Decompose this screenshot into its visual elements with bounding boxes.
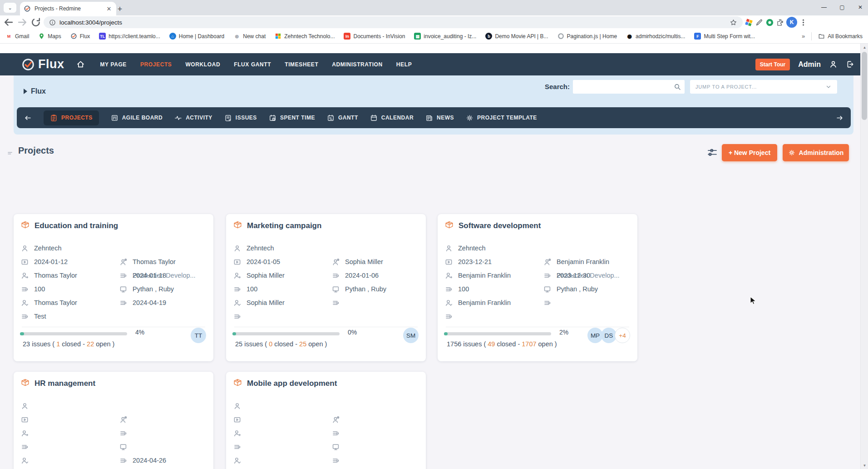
tab-close-icon[interactable]: ✕ [105, 5, 113, 12]
top-nav-flux-gantt[interactable]: FLUX GANTT [234, 61, 271, 68]
admin-user-label[interactable]: Admin [798, 60, 821, 69]
bookmark-item[interactable]: InDocuments - InVision [344, 33, 405, 40]
scrollbar-thumb[interactable] [862, 52, 867, 120]
bookmark-star-icon[interactable] [730, 19, 737, 26]
bookmark-item[interactable]: TLhttps://client.teamlo... [99, 33, 160, 40]
project-card[interactable]: Education and trainingZehntech2024-01-12… [14, 214, 213, 361]
tab-search-button[interactable]: ⌄ [4, 3, 16, 13]
reload-icon[interactable] [30, 16, 42, 28]
scroll-right-icon[interactable] [836, 114, 843, 122]
card-field-row [543, 296, 557, 309]
project-card-title[interactable]: HR management [20, 378, 95, 389]
project-nav-news[interactable]: NEWS [425, 114, 454, 122]
calendar-icon [370, 114, 378, 122]
project-nav-spent-time[interactable]: SPENT TIME [269, 114, 315, 122]
top-nav-workload[interactable]: WORKLOAD [185, 61, 220, 68]
avatar[interactable]: DS [601, 328, 616, 343]
bookmark-item[interactable]: Flux [70, 33, 90, 40]
extension-colorful-icon[interactable] [745, 18, 753, 27]
all-bookmarks-button[interactable]: All Bookmarks [818, 33, 863, 40]
administration-button[interactable]: Administration [783, 144, 849, 161]
home-icon[interactable] [76, 60, 85, 69]
bookmarks-overflow-icon[interactable]: » [802, 33, 805, 40]
search-icon[interactable] [674, 83, 681, 90]
card-field-text: 2024-01-05 [247, 258, 280, 265]
scrollbar-up-icon[interactable]: ▲ [861, 44, 868, 51]
minimize-button[interactable]: — [821, 4, 827, 10]
top-nav-projects[interactable]: PROJECTS [140, 61, 172, 68]
project-nav-activity[interactable]: ACTIVITY [174, 114, 212, 122]
project-card-title[interactable]: Mobile app development [232, 378, 337, 389]
extension-pen-icon[interactable] [755, 18, 764, 27]
card-field-row: Thomas Taylor [21, 296, 77, 309]
flux-logo[interactable]: Flux [21, 57, 64, 72]
bookmark-item[interactable]: MGmail [5, 33, 29, 40]
card-field-value: 2024-04-19 [133, 299, 166, 306]
project-nav-project-template[interactable]: PROJECT TEMPLATE [466, 114, 537, 122]
top-nav-timesheet[interactable]: TIMESHEET [285, 61, 318, 68]
scrollbar-down-icon[interactable]: ▼ [861, 462, 868, 469]
bookmark-item[interactable]: ◎New chat [233, 33, 266, 40]
card-field-row: 2024-01-18Production Develop... [119, 269, 166, 282]
site-info-icon[interactable] [49, 19, 56, 26]
new-tab-button[interactable]: + [114, 4, 125, 15]
project-nav-agile-board[interactable]: AGILE BOARD [111, 114, 163, 122]
url-text[interactable]: localhost:3004/projects [59, 19, 726, 26]
new-project-button[interactable]: + New Project [722, 144, 777, 161]
top-nav-administration[interactable]: ADMINISTRATION [332, 61, 383, 68]
avatar[interactable]: +4 [615, 328, 630, 343]
bookmark-item[interactable]: ⬤admirhodzic/multis... [626, 33, 685, 40]
bookmark-item[interactable]: bDemo Movie API | B... [485, 33, 548, 40]
project-card-title[interactable]: Marketing campaign [232, 220, 321, 231]
project-card[interactable]: Marketing campaignZehntech2024-01-05Soph… [226, 214, 426, 361]
project-nav-gantt[interactable]: GANTT [327, 114, 358, 122]
project-card[interactable]: Software developmentZehntech2023-12-21Be… [438, 214, 637, 361]
bookmark-item[interactable]: FMulti Step Form wit... [694, 33, 755, 40]
close-button[interactable]: ✕ [857, 4, 863, 10]
project-nav-calendar[interactable]: CALENDAR [370, 114, 414, 122]
profile-avatar[interactable]: K [786, 17, 797, 28]
project-card[interactable]: HR management2024-04-2637%8 issues ( 3 c… [14, 372, 213, 469]
avatar[interactable]: MP [587, 328, 603, 343]
card-field-text: 100 [34, 285, 45, 293]
forward-icon[interactable] [16, 16, 28, 28]
avatar[interactable]: SM [403, 328, 419, 343]
bookmark-item[interactable]: Maps [38, 33, 61, 40]
top-nav-help[interactable]: HELP [396, 61, 412, 68]
start-tour-button[interactable]: Start Tour [755, 59, 790, 70]
card-field-text: Thomas Taylor [34, 299, 77, 306]
browser-menu-icon[interactable] [799, 18, 808, 27]
project-card-title[interactable]: Software development [444, 220, 541, 231]
gear-icon [466, 114, 473, 122]
logout-icon[interactable] [846, 60, 854, 69]
project-nav-projects[interactable]: PROJECTS [44, 110, 99, 125]
bookmark-item[interactable]: ▤invoice_auditing - Iz... [414, 33, 476, 40]
breadcrumb[interactable]: Flux [24, 87, 46, 95]
card-field-row: Zehntech [445, 241, 485, 255]
card-field-text: Sophia Miller [345, 258, 383, 265]
extensions-puzzle-icon[interactable] [776, 18, 784, 27]
project-nav-issues[interactable]: ISSUES [224, 114, 257, 122]
bookmark-item[interactable]: Zehntech Technolo... [275, 33, 335, 40]
top-nav-my-page[interactable]: MY PAGE [100, 61, 127, 68]
maximize-button[interactable]: ▢ [839, 4, 845, 10]
bookmark-item[interactable]: ⌂Home | Dashboard [169, 33, 225, 40]
card-field-text: Zehntech [458, 244, 485, 252]
browser-tab[interactable]: Projects - Redmine ✕ [20, 2, 116, 15]
scroll-left-icon[interactable] [24, 114, 32, 122]
project-card[interactable]: Mobile app development13%22 issues ( 3 c… [226, 372, 426, 469]
progress-bar [20, 332, 127, 335]
url-bar[interactable]: localhost:3004/projects [44, 16, 743, 28]
filter-sliders-icon[interactable] [706, 147, 718, 158]
page-scrollbar[interactable]: ▲ ▼ [860, 44, 868, 469]
search-input[interactable] [573, 80, 674, 94]
back-icon[interactable] [3, 16, 15, 28]
extension-green-icon[interactable] [765, 18, 774, 27]
bookmark-item[interactable]: Pagination.js | Home [557, 33, 617, 40]
project-card-title[interactable]: Education and training [20, 220, 118, 231]
user-icon[interactable] [829, 60, 838, 69]
avatar[interactable]: TT [191, 328, 206, 343]
jump-to-project-select[interactable]: JUMP TO A PROJECT... [690, 80, 837, 94]
issues-summary: 23 issues ( 1 closed - 22 open ) [23, 340, 114, 348]
issues-segment: closed - [495, 340, 522, 348]
